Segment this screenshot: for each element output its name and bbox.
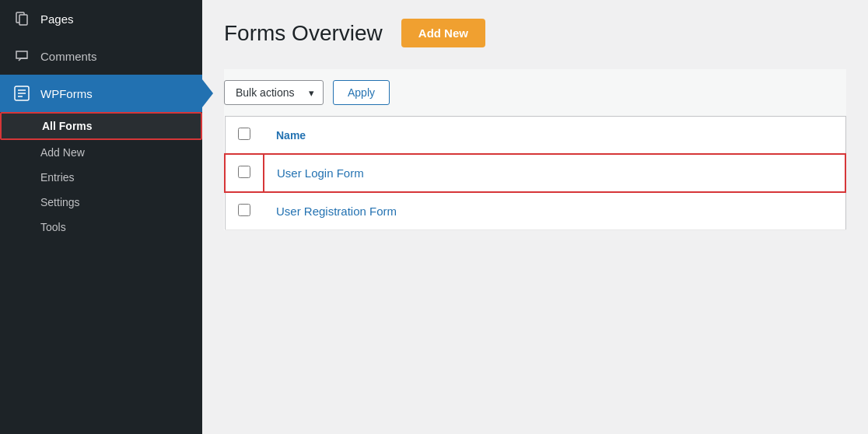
- sidebar-sub-item-all-forms[interactable]: All Forms: [0, 112, 202, 140]
- row-checkbox-1[interactable]: [238, 166, 250, 178]
- form-name-link-2[interactable]: User Registration Form: [276, 205, 397, 218]
- form-name-link-1[interactable]: User Login Form: [277, 166, 364, 180]
- sidebar-item-pages[interactable]: Pages: [0, 0, 202, 37]
- sidebar-item-wpforms[interactable]: WPForms: [0, 75, 202, 112]
- table-row: User Login Form: [225, 154, 845, 192]
- toolbar: Bulk actions Apply: [224, 69, 846, 116]
- form-name-cell-1: User Login Form: [264, 154, 845, 192]
- sidebar-sub-menu: All Forms Add New Entries Settings Tools: [0, 112, 202, 240]
- sidebar-item-comments-label: Comments: [40, 50, 97, 63]
- sidebar-item-pages-label: Pages: [40, 12, 74, 26]
- row-checkbox-cell-1: [225, 154, 264, 192]
- page-title: Forms Overview: [224, 21, 383, 46]
- select-all-header: [225, 117, 264, 155]
- pages-icon: [12, 9, 31, 28]
- bulk-actions-select[interactable]: Bulk actions: [224, 80, 324, 105]
- sidebar-sub-item-settings[interactable]: Settings: [0, 190, 202, 215]
- apply-button[interactable]: Apply: [333, 80, 390, 105]
- bulk-actions-wrapper: Bulk actions: [224, 80, 324, 105]
- comments-icon: [12, 47, 31, 65]
- form-name-cell-2: User Registration Form: [264, 192, 845, 230]
- table-row: User Registration Form: [225, 192, 845, 230]
- sidebar-sub-item-tools[interactable]: Tools: [0, 215, 202, 240]
- name-column-header[interactable]: Name: [264, 117, 845, 155]
- svg-rect-1: [19, 15, 27, 25]
- row-checkbox-cell-2: [225, 192, 264, 230]
- sidebar-item-wpforms-label: WPForms: [40, 87, 93, 100]
- add-new-button[interactable]: Add New: [401, 19, 485, 47]
- forms-table: Name User Login Form User Registra: [224, 116, 846, 230]
- select-all-checkbox[interactable]: [238, 128, 250, 140]
- row-checkbox-2[interactable]: [238, 204, 250, 216]
- main-content: Forms Overview Add New Bulk actions Appl…: [202, 0, 868, 434]
- table-header-row: Name: [225, 117, 845, 155]
- page-header: Forms Overview Add New: [224, 19, 846, 47]
- sidebar-sub-item-add-new[interactable]: Add New: [0, 140, 202, 165]
- wpforms-icon: [12, 84, 31, 103]
- sidebar-item-comments[interactable]: Comments: [0, 37, 202, 75]
- sidebar-sub-item-entries[interactable]: Entries: [0, 165, 202, 190]
- sidebar: Pages Comments WPForms All Forms: [0, 0, 202, 434]
